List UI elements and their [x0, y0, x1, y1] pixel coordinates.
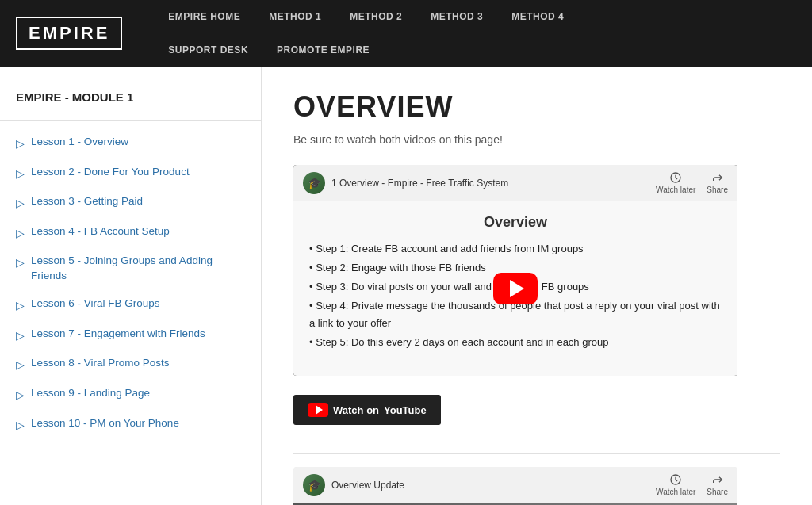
youtube-logo-icon [308, 403, 328, 417]
watch-later-button[interactable]: Watch later [656, 171, 695, 194]
lesson-label-8: Lesson 8 - Viral Promo Posts [31, 356, 245, 371]
section-divider [293, 453, 780, 454]
page-title: OVERVIEW [293, 90, 780, 124]
video-1-header: 🎓 1 Overview - Empire - Free Traffic Sys… [293, 165, 737, 201]
nav-links: EMPIRE HOMEMETHOD 1METHOD 2METHOD 3METHO… [154, 0, 812, 67]
video-2-title: Overview Update [331, 480, 404, 491]
content-area: OVERVIEW Be sure to watch both videos on… [262, 67, 812, 505]
video-2-header: 🎓 Overview Update Watch later Share [293, 467, 737, 503]
sidebar-title: EMPIRE - MODULE 1 [0, 82, 261, 121]
share-label: Share [707, 186, 728, 194]
lesson-label-10: Lesson 10 - PM on Your Phone [31, 416, 245, 431]
play-icon-4: ▷ [16, 226, 25, 242]
nav-link-method-3[interactable]: METHOD 3 [416, 0, 497, 33]
nav-link-method-2[interactable]: METHOD 2 [335, 0, 416, 33]
nav-link-method-4[interactable]: METHOD 4 [497, 0, 578, 33]
play-icon-7: ▷ [16, 328, 25, 344]
video-1-main[interactable]: Overview • Step 1: Create FB account and… [293, 201, 737, 376]
lesson-label-4: Lesson 4 - FB Account Setup [31, 224, 245, 239]
video-1-container: 🎓 1 Overview - Empire - Free Traffic Sys… [293, 165, 737, 376]
sidebar-lesson-2[interactable]: ▷ Lesson 2 - Done For You Product [0, 159, 261, 189]
play-icon-3: ▷ [16, 196, 25, 212]
video-2-watch-later-label: Watch later [656, 488, 695, 496]
play-icon-10: ▷ [16, 418, 25, 434]
youtube-play-button[interactable] [493, 273, 538, 304]
lesson-label-1: Lesson 1 - Overview [31, 135, 245, 150]
share-button[interactable]: Share [707, 171, 728, 194]
video-1-header-left: 🎓 1 Overview - Empire - Free Traffic Sys… [303, 172, 508, 194]
video-2-header-left: 🎓 Overview Update [303, 474, 404, 496]
sidebar-lesson-8[interactable]: ▷ Lesson 8 - Viral Promo Posts [0, 350, 261, 380]
lesson-label-3: Lesson 3 - Getting Paid [31, 194, 245, 209]
video-step: • Step 1: Create FB account and add frie… [309, 240, 722, 258]
sidebar-lessons: ▷ Lesson 1 - Overview ▷ Lesson 2 - Done … [0, 128, 261, 439]
nav-row-2: SUPPORT DESKPROMOTE EMPIRE [154, 33, 812, 67]
sidebar-lesson-3[interactable]: ▷ Lesson 3 - Getting Paid [0, 188, 261, 218]
sidebar-lesson-9[interactable]: ▷ Lesson 9 - Landing Page [0, 380, 261, 410]
sidebar-lesson-1[interactable]: ▷ Lesson 1 - Overview [0, 128, 261, 159]
play-icon-5: ▷ [16, 255, 25, 271]
watch-on-youtube-button[interactable]: Watch on YouTube [293, 395, 441, 425]
video-1-title: 1 Overview - Empire - Free Traffic Syste… [331, 178, 508, 189]
sidebar-lesson-4[interactable]: ▷ Lesson 4 - FB Account Setup [0, 218, 261, 248]
play-icon-8: ▷ [16, 358, 25, 373]
watch-on-label: Watch on [333, 404, 379, 416]
sidebar-lesson-5[interactable]: ▷ Lesson 5 - Joining Groups and Adding F… [0, 247, 261, 290]
nav-link-promote-empire[interactable]: PROMOTE EMPIRE [262, 33, 384, 67]
video-1-header-right: Watch later Share [656, 171, 728, 194]
main-layout: EMPIRE - MODULE 1 ▷ Lesson 1 - Overview … [0, 67, 812, 505]
play-icon-1: ▷ [16, 136, 25, 152]
sidebar-lesson-6[interactable]: ▷ Lesson 6 - Viral FB Groups [0, 290, 261, 320]
sidebar-lesson-10[interactable]: ▷ Lesson 10 - PM on Your Phone [0, 410, 261, 440]
lesson-label-2: Lesson 2 - Done For You Product [31, 165, 245, 180]
sidebar-lesson-7[interactable]: ▷ Lesson 7 - Engagement with Friends [0, 320, 261, 350]
lesson-label-9: Lesson 9 - Landing Page [31, 386, 245, 401]
play-icon-9: ▷ [16, 388, 25, 404]
play-icon-2: ▷ [16, 166, 25, 182]
video-step: • Step 5: Do this every 2 days on each a… [309, 334, 722, 351]
video-2-header-right: Watch later Share [656, 473, 728, 496]
watch-later-label: Watch later [656, 186, 695, 194]
sidebar: EMPIRE - MODULE 1 ▷ Lesson 1 - Overview … [0, 67, 262, 505]
content-subtitle: Be sure to watch both videos on this pag… [293, 133, 780, 146]
lesson-label-6: Lesson 6 - Viral FB Groups [31, 296, 245, 312]
video-1-avatar: 🎓 [303, 172, 325, 194]
nav-row-1: EMPIRE HOMEMETHOD 1METHOD 2METHOD 3METHO… [154, 0, 812, 33]
video-1-overlay-title: Overview [309, 214, 722, 231]
video-2-container: 🎓 Overview Update Watch later Share [293, 467, 737, 505]
nav-link-method-1[interactable]: METHOD 1 [255, 0, 335, 33]
video-2-share-button[interactable]: Share [707, 473, 728, 496]
play-icon-6: ▷ [16, 298, 25, 314]
logo-area: EMPIRE [0, 7, 138, 59]
video-2-avatar: 🎓 [303, 474, 325, 496]
logo[interactable]: EMPIRE [16, 17, 122, 50]
lesson-label-7: Lesson 7 - Engagement with Friends [31, 327, 245, 342]
video-2-share-label: Share [707, 488, 728, 496]
nav-link-empire-home[interactable]: EMPIRE HOME [154, 0, 255, 33]
video-2-watch-later-button[interactable]: Watch later [656, 473, 695, 496]
youtube-label: YouTube [384, 404, 427, 416]
nav-link-support-desk[interactable]: SUPPORT DESK [154, 33, 262, 67]
lesson-label-5: Lesson 5 - Joining Groups and Adding Fri… [31, 254, 245, 284]
top-navigation: EMPIRE EMPIRE HOMEMETHOD 1METHOD 2METHOD… [0, 0, 812, 67]
